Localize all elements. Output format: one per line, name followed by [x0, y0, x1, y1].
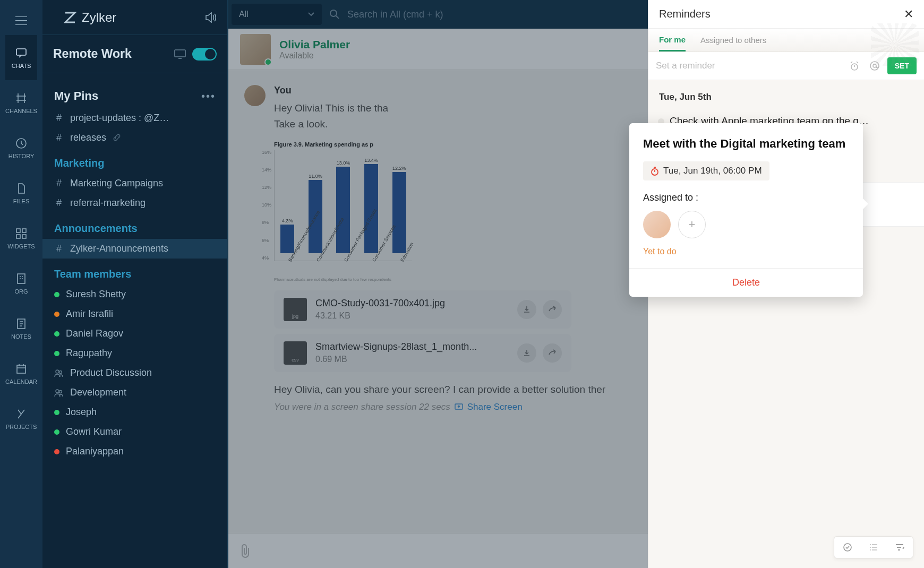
- pin-item[interactable]: #releases: [42, 128, 227, 148]
- sidebar-item[interactable]: Palaniyappan: [42, 442, 227, 461]
- projects-icon: [15, 408, 28, 420]
- sidebar-item[interactable]: Product Discussion: [42, 363, 227, 383]
- workspace-row: Remote Work: [42, 35, 227, 73]
- sidebar-item[interactable]: Gowri Kumar: [42, 422, 227, 442]
- sidebar-item[interactable]: #Marketing Campaigns: [42, 174, 227, 193]
- chart-attachment[interactable]: Figure 3.9. Marketing spending as p 4%6%…: [274, 141, 412, 282]
- share-screen-icon: [455, 403, 463, 411]
- reminder-input[interactable]: [656, 61, 842, 71]
- sidebar-item[interactable]: Ragupathy: [42, 343, 227, 363]
- main-area: All Olivia Palmer Available You Hey Oliv…: [228, 0, 648, 568]
- scope-selector[interactable]: All: [232, 4, 322, 25]
- sidebar-item[interactable]: Joseph: [42, 402, 227, 422]
- message-avatar[interactable]: [244, 85, 266, 106]
- rail-projects[interactable]: PROJECTS: [5, 396, 37, 441]
- tray-filter-icon[interactable]: [895, 544, 904, 551]
- sidebar-item[interactable]: Amir Israfili: [42, 304, 227, 324]
- tray-list-icon[interactable]: [869, 544, 878, 551]
- rail-notes[interactable]: NOTES: [5, 306, 37, 351]
- search-input[interactable]: [347, 9, 638, 20]
- sidebar-item[interactable]: #Zylker-Announcements: [42, 239, 227, 259]
- share-button[interactable]: [543, 343, 562, 363]
- share-button[interactable]: [543, 300, 562, 319]
- close-icon[interactable]: ✕: [904, 7, 913, 21]
- monitor-icon[interactable]: [174, 49, 186, 59]
- add-assignee-button[interactable]: +: [678, 211, 706, 238]
- message-sender: You: [274, 85, 632, 96]
- hash-icon: #: [54, 113, 64, 124]
- alarm-icon[interactable]: [847, 58, 862, 73]
- tray-check-icon[interactable]: [843, 543, 852, 552]
- sidebar-group-title: Marketing: [42, 148, 227, 174]
- pin-item[interactable]: #project-updates : @Z…: [42, 108, 227, 128]
- rail-calendar[interactable]: CALENDAR: [5, 351, 37, 396]
- rail-widgets[interactable]: WIDGETS: [5, 216, 37, 261]
- sidebar-group-title: Team members: [42, 259, 227, 285]
- scope-value: All: [239, 10, 249, 19]
- svg-rect-8: [17, 365, 25, 373]
- topbar: All: [228, 0, 648, 29]
- sidebar-item[interactable]: Daniel Ragov: [42, 324, 227, 343]
- assignee-avatar[interactable]: [643, 211, 671, 238]
- chart-bar: 13.0%Consumer Packaged Goods: [332, 160, 354, 261]
- people-icon: [54, 388, 64, 398]
- popover-status: Yet to do: [643, 247, 849, 256]
- rail-channels[interactable]: CHANNELS: [5, 80, 37, 125]
- svg-rect-5: [22, 235, 26, 238]
- sidebar-item[interactable]: Suresh Shetty: [42, 285, 227, 304]
- svg-rect-9: [175, 50, 185, 57]
- attach-icon[interactable]: [239, 544, 252, 558]
- workspace-name: Remote Work: [53, 47, 132, 61]
- channels-icon: [15, 92, 28, 105]
- composer[interactable]: [228, 533, 648, 568]
- chart-bar: 13.4%Consumer Services: [361, 158, 382, 261]
- sidebar-item[interactable]: Development: [42, 383, 227, 402]
- mention-icon[interactable]: [867, 58, 882, 73]
- org-icon: [15, 272, 28, 285]
- brand-header: Zylker: [42, 0, 227, 35]
- file-size: 43.21 KB: [315, 311, 445, 321]
- file-attachment[interactable]: jpgCMO-Study-0031-700x401.jpg43.21 KB: [274, 290, 571, 329]
- hamburger-menu[interactable]: [0, 6, 42, 35]
- svg-point-13: [59, 390, 62, 393]
- sound-icon[interactable]: [205, 12, 217, 23]
- chart-bar: 12.2%Education: [388, 166, 410, 261]
- reminder-input-row: SET: [648, 52, 924, 80]
- download-button[interactable]: [517, 300, 536, 319]
- widgets-icon: [15, 227, 28, 240]
- presence-dot-icon: [54, 449, 59, 454]
- presence-dot-icon: [54, 292, 59, 297]
- chevron-down-icon: [308, 12, 314, 16]
- chat-header: Olivia Palmer Available: [228, 29, 648, 70]
- tab-assigned-others[interactable]: Assigned to others: [700, 29, 766, 51]
- file-icon: csv: [284, 341, 307, 365]
- rail-chats[interactable]: CHATS: [5, 35, 37, 80]
- calendar-icon: [15, 363, 28, 375]
- workspace-toggle[interactable]: [192, 48, 217, 61]
- svg-point-14: [330, 10, 337, 16]
- file-name: CMO-Study-0031-700x401.jpg: [315, 298, 445, 309]
- set-button[interactable]: SET: [887, 57, 917, 74]
- tab-for-me[interactable]: For me: [659, 29, 686, 51]
- sidebar-item[interactable]: #referral-marketing: [42, 193, 227, 213]
- download-button[interactable]: [517, 343, 536, 363]
- rail-org[interactable]: ORG: [5, 261, 37, 306]
- message-text: Hey Olivia! This is the tha Take a look.: [274, 100, 632, 133]
- presence-dot-icon: [54, 429, 59, 435]
- sidebar-scroll[interactable]: My Pins ••• #project-updates : @Z…#relea…: [42, 73, 227, 568]
- delete-button[interactable]: Delete: [732, 277, 760, 288]
- history-icon: [15, 137, 28, 150]
- rail-files[interactable]: FILES: [5, 170, 37, 216]
- svg-point-11: [59, 371, 62, 373]
- hash-icon: #: [54, 243, 64, 254]
- svg-rect-0: [16, 49, 26, 55]
- svg-rect-6: [18, 274, 25, 283]
- file-attachment[interactable]: csvSmartview-Signups-28last_1_month...0.…: [274, 334, 571, 372]
- rail-history[interactable]: HISTORY: [5, 125, 37, 170]
- share-screen-link[interactable]: Share Screen: [467, 402, 523, 412]
- svg-point-10: [56, 370, 59, 373]
- chat-avatar[interactable]: [240, 34, 271, 65]
- messages-area[interactable]: You Hey Olivia! This is the tha Take a l…: [228, 70, 648, 568]
- popover-time[interactable]: Tue, Jun 19th, 06:00 PM: [643, 161, 769, 180]
- my-pins-more[interactable]: •••: [201, 90, 216, 102]
